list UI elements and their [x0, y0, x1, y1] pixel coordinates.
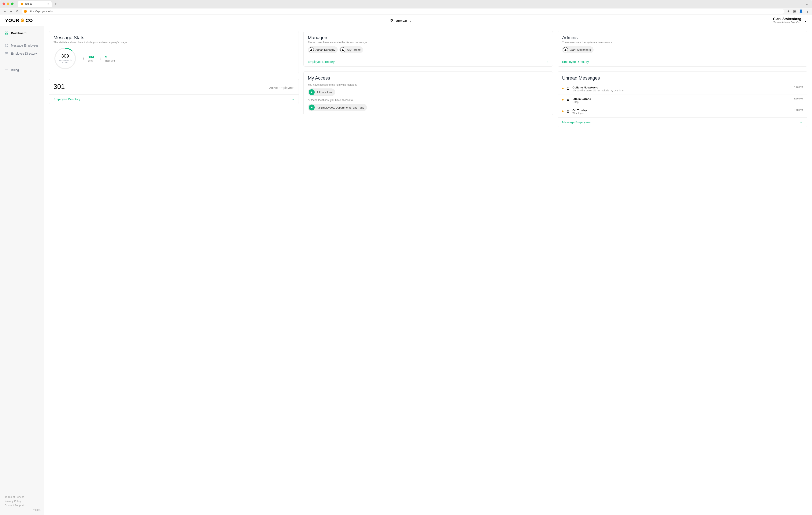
svg-rect-6: [5, 69, 8, 71]
logo-text-2: CO: [26, 18, 33, 23]
svg-rect-0: [5, 32, 6, 33]
my-access-card: My Access You have access to the followi…: [303, 71, 553, 115]
svg-point-13: [568, 99, 569, 100]
user-chip[interactable]: Adrian Donaghy: [308, 46, 338, 53]
user-chip[interactable]: Ally Torbett: [339, 46, 363, 53]
ring-label: messages this month: [58, 59, 72, 64]
chat-icon: [5, 44, 8, 47]
active-employees-card: 301 Active Employees Employee Directory …: [49, 79, 299, 104]
access-sub-1: You have access to the following locatio…: [308, 83, 549, 86]
svg-point-5: [7, 52, 8, 54]
arrow-right-icon: →: [546, 60, 549, 63]
profile-icon[interactable]: 👤: [799, 9, 803, 13]
unread-dot-icon: [562, 110, 563, 112]
privacy-link[interactable]: Privacy Policy: [5, 500, 40, 503]
dashboard-icon: [5, 31, 8, 35]
card-subtitle: These users are the system administrator…: [562, 41, 803, 44]
unread-messages-card: Unread Messages Collette Novakovic My pa…: [558, 71, 807, 127]
logo-text-1: YOUR: [5, 18, 20, 23]
active-employees-label: Active Employees: [269, 86, 294, 89]
minimize-window-icon[interactable]: [7, 3, 9, 5]
user-menu[interactable]: Clark Stoltenberg Yourco Admin • DemCo ⌄: [768, 17, 807, 24]
maximize-window-icon[interactable]: [11, 3, 13, 5]
card-title: Admins: [562, 35, 803, 40]
message-row[interactable]: Lucila Lorand Okay. 5:19 PM: [558, 94, 807, 106]
link-label: Employee Directory: [308, 60, 335, 63]
ring-value: 309: [61, 53, 69, 59]
sidebar-item-label: Employee Directory: [11, 52, 37, 55]
pill-label: All Locations: [317, 91, 332, 94]
message-sender: Lucila Lorand: [573, 97, 790, 101]
extensions-icon[interactable]: ✦: [786, 9, 790, 13]
message-time: 5:20 PM: [794, 86, 803, 88]
person-icon: [566, 86, 570, 91]
app-logo[interactable]: YOUR⚙CO: [5, 18, 33, 23]
svg-point-11: [565, 49, 566, 50]
message-row[interactable]: Collette Novakovic My pay this week did …: [558, 83, 807, 94]
org-name: DemCo: [396, 19, 407, 22]
user-name: Clark Stoltenberg: [773, 17, 801, 21]
person-icon: [566, 109, 570, 114]
logo-gear-icon: ⚙: [20, 18, 25, 23]
tab-title: Yourco: [25, 2, 32, 5]
billing-icon: [5, 68, 8, 72]
employee-directory-link[interactable]: Employee Directory →: [558, 57, 807, 66]
svg-point-9: [311, 49, 312, 50]
person-icon: [340, 47, 345, 52]
content-area: Message Stats The statistics shown here …: [45, 26, 812, 515]
back-button[interactable]: ←: [3, 9, 7, 13]
message-stats-card: Message Stats The statistics shown here …: [49, 31, 299, 74]
chevron-down-icon: ⌄: [409, 19, 412, 22]
refresh-button[interactable]: ⟳: [15, 9, 20, 13]
forward-button[interactable]: →: [9, 9, 13, 13]
user-chip[interactable]: Clark Stoltenberg: [562, 46, 593, 53]
window-controls[interactable]: [3, 3, 13, 5]
svg-rect-2: [5, 34, 6, 35]
org-switcher[interactable]: DemCo ⌄: [390, 19, 412, 23]
gear-icon: [390, 19, 394, 23]
message-row[interactable]: Gil Tinsley Thank you. 5:18 PM: [558, 106, 807, 117]
browser-tab[interactable]: 🟠 Yourco ×: [18, 1, 52, 7]
sent-label: Sent: [88, 59, 94, 62]
tos-link[interactable]: Terms of Service: [5, 495, 40, 498]
message-time: 5:19 PM: [794, 97, 803, 100]
star-icon: ★: [309, 105, 315, 110]
support-link[interactable]: Contact Support: [5, 504, 40, 507]
url-bar[interactable]: 🟠 https://app.yourco.io: [22, 9, 784, 14]
user-chip-name: Ally Torbett: [347, 48, 360, 51]
user-chip-name: Clark Stoltenberg: [570, 48, 591, 51]
sidebar-item-dashboard[interactable]: Dashboard: [2, 29, 42, 37]
received-value: 5: [105, 55, 115, 59]
link-label: Employee Directory: [562, 60, 589, 63]
card-title: Message Stats: [54, 35, 294, 40]
tabs-dropdown-icon[interactable]: ⌄: [806, 2, 809, 6]
person-icon: [566, 98, 570, 102]
sidebar-item-message-employees[interactable]: Message Employees: [2, 42, 42, 50]
menu-icon[interactable]: ⋮: [805, 9, 809, 13]
user-chip-name: Adrian Donaghy: [316, 48, 335, 51]
app-header: YOUR⚙CO DemCo ⌄ Clark Stoltenberg Yourco…: [0, 15, 812, 26]
svg-rect-1: [7, 32, 8, 33]
message-sender: Collette Novakovic: [573, 86, 790, 89]
link-label: Message Employees: [562, 120, 590, 124]
close-window-icon[interactable]: [3, 3, 5, 5]
panel-icon[interactable]: ▣: [792, 9, 797, 13]
employee-directory-link[interactable]: Employee Directory →: [303, 57, 553, 66]
sidebar-item-label: Billing: [11, 69, 19, 72]
admins-card: Admins These users are the system admini…: [558, 31, 807, 66]
sidebar-item-billing[interactable]: Billing: [2, 66, 42, 74]
new-tab-button[interactable]: +: [53, 2, 58, 6]
access-sub-2: At these locations, you have access to: [308, 99, 549, 102]
employee-directory-link[interactable]: Employee Directory →: [49, 94, 298, 104]
arrow-right-icon: →: [291, 98, 294, 101]
svg-rect-3: [7, 34, 8, 35]
card-subtitle: These users have access to the Yourco me…: [308, 41, 549, 44]
svg-point-4: [5, 52, 7, 54]
message-employees-link[interactable]: Message Employees →: [558, 117, 807, 127]
person-icon: [563, 47, 568, 52]
sidebar-item-employee-directory[interactable]: Employee Directory: [2, 50, 42, 58]
close-tab-icon[interactable]: ×: [47, 2, 49, 5]
card-title: My Access: [308, 75, 549, 81]
arrow-down-icon: ↓: [98, 56, 104, 61]
site-info-icon[interactable]: 🟠: [24, 10, 27, 13]
